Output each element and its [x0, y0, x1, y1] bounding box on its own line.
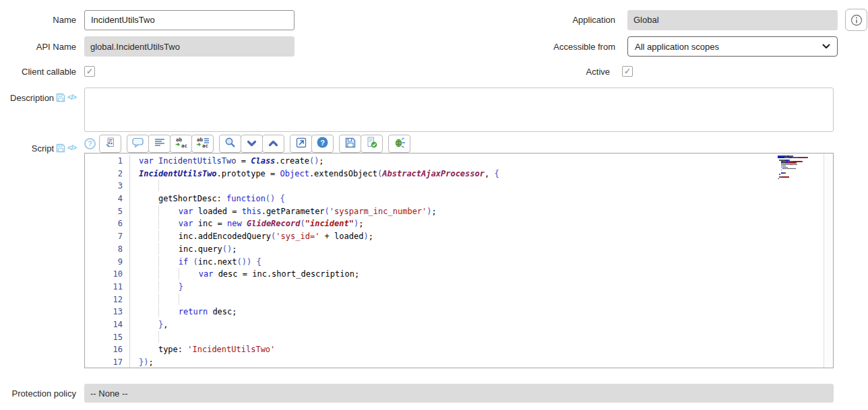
search-icon	[224, 137, 236, 150]
code-line: 1var IncidentUtilsTwo = Class.create();	[85, 155, 833, 168]
svg-text:ac: ac	[202, 143, 208, 149]
chevron-down-icon	[247, 139, 257, 149]
line-number: 17	[85, 356, 130, 368]
find-button[interactable]	[219, 135, 241, 153]
find-previous-button[interactable]	[262, 135, 284, 153]
toolbar-help-icon[interactable]: ?	[84, 138, 96, 149]
line-number: 1	[85, 155, 130, 168]
code-line: 16 type: 'IncidentUtilsTwo'	[85, 343, 833, 356]
toggle-comment-button[interactable]	[127, 135, 149, 153]
format-lines-icon	[154, 138, 165, 149]
code-field-icon[interactable]: </>	[67, 93, 76, 101]
open-in-new-window-button[interactable]	[290, 135, 312, 153]
replace-button[interactable]: abac	[170, 135, 192, 153]
info-icon	[850, 14, 863, 26]
row-script: Script </> ? abacabac? 1var IncidentUtil…	[0, 134, 868, 368]
script-debugger-button[interactable]	[388, 135, 410, 153]
script-editor[interactable]: 1var IncidentUtilsTwo = Class.create();2…	[84, 153, 834, 368]
code-line: 13 return desc;	[85, 306, 833, 318]
line-number: 5	[85, 205, 130, 218]
syntax-check-icon	[366, 137, 377, 150]
row-checkboxes: Client callable ✓ Active ✓	[0, 66, 868, 77]
script-toolbar-groups: abacabac?	[99, 135, 416, 153]
code-line: 9 if (inc.next()) {	[85, 256, 833, 269]
line-number: 4	[85, 193, 130, 205]
row-apiname-accessible: API Name global.IncidentUtilsTwo Accessi…	[0, 36, 868, 57]
script-label: Script </>	[0, 134, 79, 153]
code-line: 14 },	[85, 318, 833, 331]
protection-policy-label: Protection policy	[0, 388, 79, 399]
chevron-up-icon	[268, 139, 278, 149]
name-label: Name	[0, 15, 79, 25]
comment-icon	[132, 137, 144, 150]
accessible-from-label: Accessible from	[294, 42, 622, 52]
active-label: Active	[289, 67, 617, 77]
line-number: 12	[85, 294, 130, 306]
replace-all-icon: abac	[196, 137, 210, 150]
svg-text:ac: ac	[181, 143, 187, 149]
line-number: 8	[85, 243, 130, 256]
code-line: 7 inc.addEncodedQuery('sys_id=' + loaded…	[85, 230, 833, 243]
svg-text:?: ?	[320, 139, 325, 147]
application-label: Application	[294, 15, 622, 25]
save-field-icon[interactable]	[56, 93, 65, 102]
code-line: 12	[85, 294, 833, 306]
editor-scrollbar[interactable]	[824, 153, 833, 368]
script-include-form: Name Application Global API Name global.…	[0, 0, 868, 410]
line-number: 15	[85, 331, 130, 344]
format-code-button[interactable]	[148, 135, 170, 153]
description-label: Description </>	[0, 88, 79, 103]
syntax-macro-button[interactable]	[99, 135, 121, 153]
line-number: 9	[85, 256, 130, 269]
syntax-check-button[interactable]	[361, 135, 383, 153]
code-line: 10 var desc = inc.short_description;	[85, 268, 833, 281]
application-field: Global	[627, 10, 838, 30]
row-protection-policy: Protection policy -- None --	[0, 384, 868, 403]
code-line: 4 getShortDesc: function() {	[85, 193, 833, 205]
code-line: 6 var inc = new GlideRecord("incident");	[85, 217, 833, 230]
save-field-icon[interactable]	[56, 143, 65, 153]
script-toolbar: ? abacabac?	[84, 134, 834, 153]
save-icon	[345, 137, 356, 150]
active-checkbox[interactable]: ✓	[622, 66, 633, 77]
code-line: 15	[85, 331, 833, 344]
find-next-button[interactable]	[241, 135, 263, 153]
description-textarea[interactable]	[84, 88, 834, 132]
chevron-down-icon	[822, 44, 830, 49]
code-field-icon[interactable]: </>	[67, 143, 76, 151]
line-number: 3	[85, 180, 130, 193]
save-script-button[interactable]	[339, 135, 361, 153]
client-callable-checkbox[interactable]: ✓	[84, 66, 95, 77]
code-line: 8 inc.query();	[85, 243, 833, 256]
line-number: 14	[85, 318, 130, 331]
line-number: 2	[85, 168, 130, 180]
debug-icon	[394, 137, 406, 150]
editor-help-button[interactable]: ?	[311, 135, 334, 153]
info-button[interactable]	[845, 9, 867, 31]
row-description: Description </>	[0, 88, 868, 132]
popout-icon	[296, 137, 307, 150]
code-line: 3	[85, 180, 833, 193]
line-number: 13	[85, 306, 130, 318]
line-number: 16	[85, 343, 130, 356]
row-name-application: Name Application Global	[0, 9, 868, 31]
api-name-label: API Name	[0, 42, 79, 52]
api-name-field: global.IncidentUtilsTwo	[84, 36, 294, 57]
script-color-icon	[104, 137, 117, 150]
code-line: 2IncidentUtilsTwo.prototype = Object.ext…	[85, 168, 833, 180]
line-number: 7	[85, 230, 130, 243]
script-editor-area: ? abacabac? 1var IncidentUtilsTwo = Clas…	[84, 134, 834, 368]
checkmark-icon: ✓	[624, 67, 631, 75]
code-line: 5 var loaded = this.getParameter('syspar…	[85, 205, 833, 218]
client-callable-label: Client callable	[0, 67, 79, 77]
replace-icon: abac	[175, 137, 187, 150]
name-input[interactable]	[84, 10, 294, 30]
line-number: 6	[85, 217, 130, 230]
checkmark-icon: ✓	[86, 67, 93, 75]
replace-all-button[interactable]: abac	[191, 135, 214, 153]
accessible-from-select[interactable]: All application scopes	[627, 36, 838, 57]
code-line: 17});	[85, 356, 833, 368]
help-filled-icon: ?	[317, 137, 328, 150]
code-minimap	[778, 156, 819, 180]
line-number: 11	[85, 281, 130, 294]
